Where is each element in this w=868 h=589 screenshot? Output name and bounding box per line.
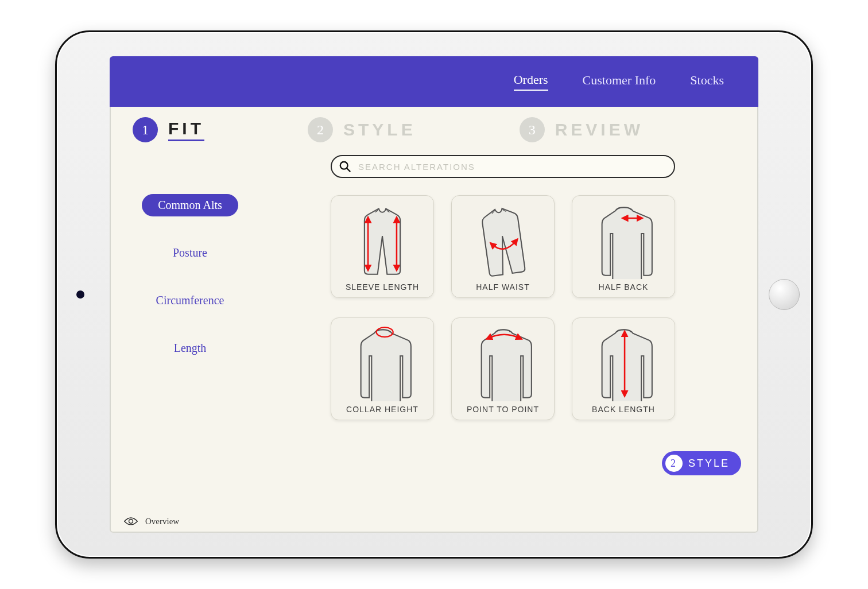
step-1-circle: 1 — [133, 117, 158, 142]
step-3-label: REVIEW — [555, 120, 644, 140]
card-label: POINT TO POINT — [467, 405, 539, 414]
sidebar-item-length[interactable]: Length — [158, 337, 223, 359]
svg-line-1 — [347, 168, 350, 172]
card-label: HALF WAIST — [476, 282, 530, 292]
card-label: SLEEVE LENGTH — [346, 282, 419, 292]
step-3-circle: 3 — [520, 117, 545, 142]
main-area: Common Alts Posture Circumference Length — [110, 148, 758, 510]
next-step-button[interactable]: 2 STYLE — [662, 451, 741, 475]
step-1-label: FIT — [168, 119, 204, 141]
card-sleeve-length[interactable]: SLEEVE LENGTH — [331, 195, 434, 298]
device-camera — [76, 290, 84, 299]
card-half-back[interactable]: HALF BACK — [572, 195, 675, 298]
next-step-label: STYLE — [688, 458, 730, 470]
eye-icon — [123, 516, 138, 526]
card-back-length[interactable]: BACK LENGTH — [572, 317, 675, 420]
jacket-sleeve-length-icon — [348, 202, 417, 279]
svg-point-7 — [129, 520, 133, 524]
app-screen: Orders Customer Info Stocks 1 FIT 2 STYL… — [110, 56, 758, 533]
step-2-circle: 2 — [308, 117, 333, 142]
sidebar-item-circumference[interactable]: Circumference — [140, 289, 241, 312]
card-label: HALF BACK — [599, 282, 649, 292]
step-bar: 1 FIT 2 STYLE 3 REVIEW — [110, 107, 758, 148]
sidebar-item-common-alts[interactable]: Common Alts — [142, 194, 238, 216]
svg-point-0 — [340, 162, 348, 169]
top-nav: Orders Customer Info Stocks — [110, 56, 758, 107]
step-review[interactable]: 3 REVIEW — [520, 117, 644, 142]
card-collar-height[interactable]: COLLAR HEIGHT — [331, 317, 434, 420]
step-fit[interactable]: 1 FIT — [133, 117, 204, 142]
footer: Overview — [110, 510, 758, 533]
nav-stocks[interactable]: Stocks — [690, 73, 724, 90]
nav-orders[interactable]: Orders — [514, 72, 548, 91]
step-2-label: STYLE — [343, 120, 416, 140]
footer-overview-label[interactable]: Overview — [145, 517, 179, 526]
card-label: COLLAR HEIGHT — [346, 405, 418, 414]
step-style[interactable]: 2 STYLE — [308, 117, 416, 142]
jacket-collar-height-icon — [348, 324, 417, 401]
jacket-half-back-icon — [589, 202, 658, 279]
search-input[interactable] — [331, 155, 675, 178]
jacket-point-to-point-icon — [468, 324, 537, 401]
card-label: BACK LENGTH — [592, 405, 655, 414]
next-step-number: 2 — [665, 455, 683, 472]
jacket-half-waist-icon — [468, 202, 537, 279]
sidebar-item-posture[interactable]: Posture — [157, 242, 223, 264]
tablet-frame: Orders Customer Info Stocks 1 FIT 2 STYL… — [55, 30, 813, 559]
card-half-waist[interactable]: HALF WAIST — [451, 195, 555, 298]
card-point-to-point[interactable]: POINT TO POINT — [451, 317, 555, 420]
nav-customer-info[interactable]: Customer Info — [583, 73, 656, 90]
search-icon — [339, 160, 351, 173]
alteration-grid: SLEEVE LENGTH HALF WAIST — [331, 195, 675, 420]
category-sidebar: Common Alts Posture Circumference Length — [121, 148, 259, 510]
device-home-button[interactable] — [769, 279, 800, 310]
search-wrap — [331, 155, 675, 178]
jacket-back-length-icon — [589, 324, 658, 401]
